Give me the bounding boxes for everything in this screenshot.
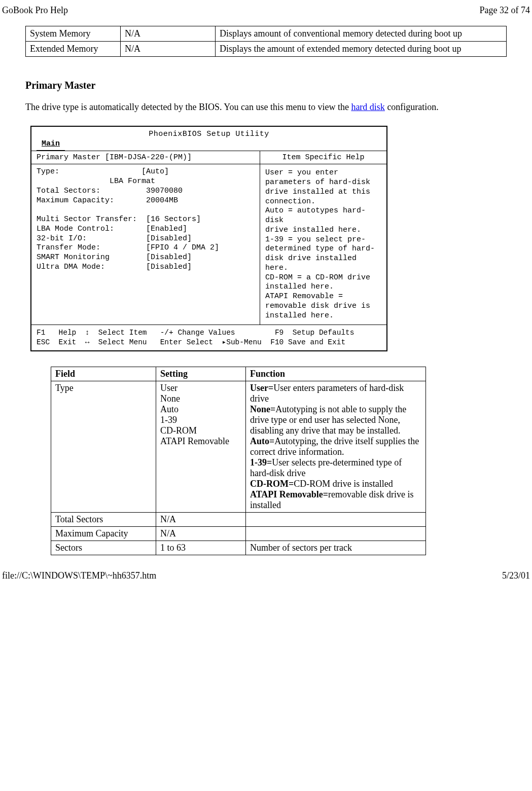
doc-title: GoBook Pro Help (2, 5, 68, 16)
page-footer: file://C:\WINDOWS\TEMP\~hh6357.htm 5/23/… (0, 555, 532, 586)
cell-field: Extended Memory (26, 42, 121, 57)
cell-setting: N/A (121, 42, 216, 57)
cell-function (246, 513, 426, 527)
table-row: Maximum Capacity N/A (51, 527, 426, 541)
cell-field: Total Sectors (51, 513, 156, 527)
bios-title: PhoenixBIOS Setup Utility (31, 127, 386, 139)
header-function: Function (246, 367, 426, 381)
page-indicator: Page 32 of 74 (480, 5, 530, 16)
page-header: GoBook Pro Help Page 32 of 74 (0, 0, 532, 26)
cell-field: Type (51, 381, 156, 513)
cell-field: System Memory (26, 26, 121, 42)
cell-setting: N/A (121, 26, 216, 42)
bios-left-panel: Type: [Auto] LBA Format Total Sectors: 3… (31, 164, 260, 325)
file-path: file://C:\WINDOWS\TEMP\~hh6357.htm (2, 570, 156, 581)
bios-right-panel: User = you enter parameters of hard-disk… (260, 164, 386, 325)
bios-header-left: Primary Master [IBM-DJSA-220-(PM)] (31, 151, 260, 164)
table-row: Type User None Auto 1-39 CD-ROM ATAPI Re… (51, 381, 426, 513)
cell-setting: 1 to 63 (156, 541, 246, 555)
footer-date: 5/23/01 (502, 570, 530, 581)
bios-body: Type: [Auto] LBA Format Total Sectors: 3… (31, 164, 386, 325)
fields-table: Field Setting Function Type User None Au… (51, 367, 426, 555)
content-area: System Memory N/A Displays amount of con… (0, 26, 532, 555)
intro-text-after: configuration. (385, 102, 439, 112)
table-row: System Memory N/A Displays amount of con… (26, 26, 507, 42)
header-setting: Setting (156, 367, 246, 381)
bios-header-right: Item Specific Help (260, 151, 386, 164)
table-row: Sectors 1 to 63 Number of sectors per tr… (51, 541, 426, 555)
cell-setting: N/A (156, 527, 246, 541)
cell-function: Displays amount of conventional memory d… (216, 26, 507, 42)
section-heading: Primary Master (25, 80, 507, 91)
intro-paragraph: The drive type is automatically detected… (25, 101, 507, 113)
cell-field: Sectors (51, 541, 156, 555)
bios-footer: F1 Help ↕ Select Item -/+ Change Values … (31, 325, 386, 350)
cell-function: Displays the amount of extended memory d… (216, 42, 507, 57)
table-row: Extended Memory N/A Displays the amount … (26, 42, 507, 57)
bios-header-row: Primary Master [IBM-DJSA-220-(PM)] Item … (31, 151, 386, 164)
cell-setting: N/A (156, 513, 246, 527)
bios-tab-main: Main (37, 139, 65, 151)
cell-function (246, 527, 426, 541)
memory-table: System Memory N/A Displays amount of con… (25, 26, 507, 57)
intro-text-before: The drive type is automatically detected… (25, 102, 351, 112)
hard-disk-link[interactable]: hard disk (351, 102, 385, 112)
cell-function: Number of sectors per track (246, 541, 426, 555)
table-row: Total Sectors N/A (51, 513, 426, 527)
header-field: Field (51, 367, 156, 381)
table-header-row: Field Setting Function (51, 367, 426, 381)
cell-setting: User None Auto 1-39 CD-ROM ATAPI Removab… (156, 381, 246, 513)
bios-screenshot: PhoenixBIOS Setup Utility Main Primary M… (30, 126, 387, 351)
cell-field: Maximum Capacity (51, 527, 156, 541)
cell-function: User=User enters parameters of hard-disk… (246, 381, 426, 513)
